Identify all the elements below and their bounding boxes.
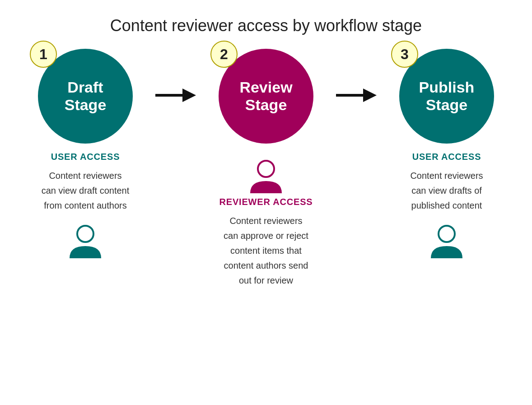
stage-1-header: 1 DraftStage bbox=[38, 49, 133, 144]
arrow-2 bbox=[336, 49, 377, 107]
stage-3-access-heading: USER ACCESS bbox=[412, 152, 481, 162]
stage-3-user-icon bbox=[426, 221, 467, 262]
stage-2-header: 2 ReviewStage bbox=[219, 49, 313, 144]
stage-2-access-text: Content reviewers can approve or reject … bbox=[224, 214, 308, 288]
stage-3-label: PublishStage bbox=[419, 79, 475, 114]
stage-1-label: DraftStage bbox=[65, 79, 107, 114]
stage-1-number: 1 bbox=[30, 41, 57, 68]
stage-2-label: ReviewStage bbox=[239, 79, 292, 114]
svg-marker-2 bbox=[182, 88, 196, 102]
stage-2-number: 2 bbox=[210, 41, 238, 68]
stage-2-reviewer-icon bbox=[246, 156, 286, 197]
stage-3-access-text: Content reviewers can view drafts of pub… bbox=[410, 168, 483, 213]
svg-point-0 bbox=[77, 226, 93, 242]
svg-marker-5 bbox=[363, 88, 377, 102]
svg-point-3 bbox=[258, 161, 274, 177]
stage-1-column: 1 DraftStage USER ACCESS Content reviewe… bbox=[15, 49, 155, 262]
stage-3-number: 3 bbox=[391, 41, 418, 68]
page-title: Content reviewer access by workflow stag… bbox=[110, 16, 422, 35]
stage-3-header: 3 PublishStage bbox=[399, 49, 494, 144]
arrow-1 bbox=[155, 49, 196, 107]
stage-1-user-icon bbox=[65, 221, 106, 262]
svg-point-6 bbox=[439, 226, 455, 242]
stage-2-access-heading: REVIEWER ACCESS bbox=[219, 197, 313, 207]
diagram-area: 1 DraftStage USER ACCESS Content reviewe… bbox=[0, 49, 532, 288]
stage-1-access-text: Content reviewers can view draft content… bbox=[42, 168, 130, 213]
stage-3-column: 3 PublishStage USER ACCESS Content revie… bbox=[377, 49, 517, 262]
stage-1-access-heading: USER ACCESS bbox=[51, 152, 120, 162]
stage-2-column: 2 ReviewStage REVIEWER ACCESS Content re… bbox=[196, 49, 336, 288]
